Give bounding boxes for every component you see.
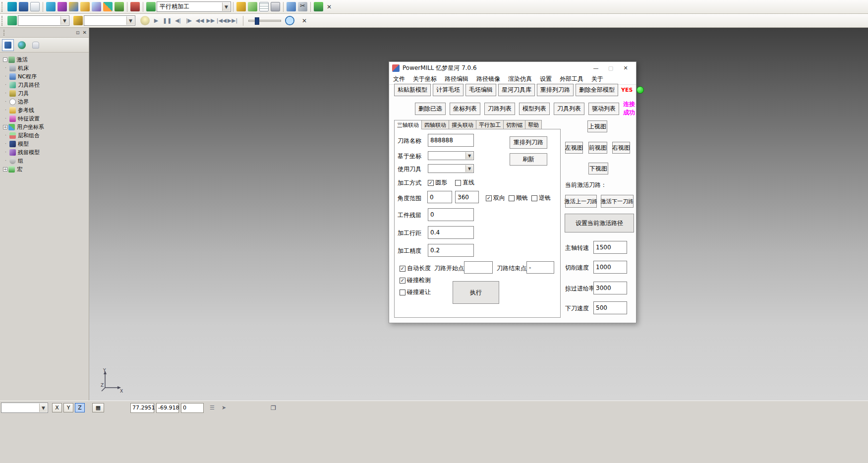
calc-block-button[interactable]: 计算毛坯 (433, 84, 463, 96)
tab-help[interactable]: 帮助 (525, 120, 542, 129)
axis-z-button[interactable]: Z (75, 403, 85, 412)
activate-prev-button[interactable]: 激活上一刀路 (565, 195, 597, 208)
reorder-button[interactable]: 重排列刀路 (510, 136, 547, 149)
toolbar-close-icon[interactable]: ✕ (324, 2, 334, 12)
conventional-checkbox[interactable]: 逆铣 (531, 194, 551, 202)
dual-pane-icon[interactable]: ❐ (271, 405, 276, 411)
rewind-icon[interactable]: ◀◀ (194, 15, 205, 26)
panel-float-icon[interactable]: ⊡ (76, 30, 80, 35)
tree-item-model[interactable]: · 模型 (3, 140, 89, 148)
status-dropdown[interactable]: ▼ (1, 403, 48, 413)
view-front-button[interactable]: 前视图 (588, 142, 607, 154)
menu-workplane[interactable]: 关于坐标 (413, 75, 437, 83)
model-stack-icon[interactable] (7, 2, 17, 11)
paste-new-model-button[interactable]: 粘贴新模型 (394, 84, 431, 96)
stepover-input[interactable] (428, 226, 474, 239)
layer-edit-icon[interactable] (115, 2, 124, 11)
tree-item-tool[interactable]: · 刀具 (3, 89, 89, 97)
set-active-path-button[interactable]: 设置当前激活路径 (565, 214, 634, 232)
maximize-icon[interactable]: ▢ (603, 63, 618, 73)
tree-expander-icon[interactable]: + (3, 167, 7, 172)
playback-close-icon[interactable]: ✕ (299, 16, 309, 26)
tab-4axis[interactable]: 四轴联动 (421, 120, 449, 129)
bulb-icon[interactable] (140, 16, 150, 25)
coord-x-value[interactable]: 77.2951 (130, 403, 154, 413)
chevron-down-icon[interactable]: ▼ (39, 404, 47, 412)
axis-y-button[interactable]: Y (63, 403, 73, 412)
pattern-icon[interactable] (103, 2, 113, 11)
cutting-speed-input[interactable] (593, 261, 627, 274)
toolpath-name-input[interactable] (428, 134, 474, 147)
menu-path-edit[interactable]: 路径编辑 (445, 75, 468, 83)
play-icon[interactable]: ▶ (151, 15, 162, 26)
tree-item-toolpath[interactable]: · 刀具路径 (3, 81, 89, 89)
drive-list-button[interactable]: 驱动列表 (588, 103, 619, 115)
toolbar-grip[interactable] (1, 2, 5, 12)
axis-x-button[interactable]: X (52, 403, 62, 412)
list-options-icon[interactable]: ☰ (210, 405, 215, 411)
tree-item-machine[interactable]: · 机床 (3, 64, 89, 72)
binoculars-icon[interactable] (314, 2, 323, 11)
menu-path-mirror[interactable]: 路径镜像 (476, 75, 500, 83)
coord-y-value[interactable]: -69.918 (156, 403, 179, 413)
coord-select[interactable]: ▼ (428, 151, 474, 160)
tab-3axis[interactable]: 三轴联动 (394, 120, 422, 129)
user-icon[interactable] (130, 2, 140, 11)
curve-pencil-icon[interactable] (80, 2, 90, 11)
speed-slider[interactable] (248, 20, 281, 22)
model-list-button[interactable]: 模型列表 (519, 103, 550, 115)
refresh-button[interactable]: 刷新 (510, 153, 547, 166)
dialog-titlebar[interactable]: PowerMILL 忆梦星河 7.0.6 — ▢ ✕ (389, 62, 636, 74)
menu-about[interactable]: 关于 (591, 75, 603, 83)
graph-icon[interactable] (248, 2, 257, 11)
start-point-input[interactable] (464, 261, 493, 274)
scissors-icon[interactable]: ✂ (298, 2, 307, 11)
teapot-render-icon[interactable] (30, 2, 40, 11)
tool-list-button[interactable]: 刀具列表 (554, 103, 584, 115)
bidirectional-checkbox[interactable]: ✓ 双向 (486, 194, 505, 202)
block-edit-button[interactable]: 毛坯编辑 (465, 84, 496, 96)
tab-parallel[interactable]: 平行加工 (476, 120, 504, 129)
toolpath-edit-icon[interactable] (69, 2, 78, 11)
circle-checkbox[interactable]: ✓ 圆形 (428, 178, 447, 187)
coord-z-value[interactable]: 0 (181, 403, 204, 413)
clock-icon[interactable] (285, 16, 294, 25)
grid-toggle-icon[interactable]: ▦ (92, 403, 104, 412)
chevron-down-icon[interactable]: ▼ (60, 16, 68, 25)
save-icon[interactable] (19, 2, 28, 11)
reorder-toolpath-button[interactable]: 重排列刀路 (537, 84, 574, 96)
tree-item-feature-set[interactable]: · 特征设置 (3, 115, 89, 122)
globe-icon[interactable] (16, 39, 28, 51)
chevron-down-icon[interactable]: ▼ (465, 152, 473, 159)
view-bottom-button[interactable]: 下视图 (588, 163, 608, 174)
tool-edit-icon[interactable] (73, 16, 83, 25)
tool-select[interactable]: ▼ (428, 164, 474, 173)
tree-item-boundary[interactable]: · 边界 (3, 98, 89, 106)
view-left-button[interactable]: 左视图 (565, 142, 583, 154)
tab-saw[interactable]: 切割锯 (503, 120, 525, 129)
plunge-speed-input[interactable] (593, 301, 627, 314)
tree-item-workplane[interactable]: + 用户坐标系 (3, 123, 89, 131)
toolpath-list-button[interactable]: 刀路列表 (484, 103, 515, 115)
tree-item-nc-program[interactable]: · NC程序 (3, 72, 89, 80)
boundary-edit-icon[interactable] (92, 2, 101, 11)
tolerance-input[interactable] (428, 244, 474, 257)
tree-item-activate[interactable]: - 激活 (3, 56, 89, 63)
stats-edit-icon[interactable] (287, 2, 296, 11)
chevron-down-icon[interactable]: ▼ (465, 165, 473, 172)
auto-length-checkbox[interactable]: ✓ 自动长度 (400, 264, 431, 273)
toolpath-select-dropdown[interactable]: ▼ (18, 15, 69, 26)
table-grid-icon[interactable] (259, 2, 269, 11)
strategy-list-icon[interactable] (146, 2, 156, 11)
panel-close-icon[interactable]: ✕ (83, 30, 87, 35)
climb-checkbox[interactable]: 顺铣 (509, 194, 528, 202)
step-forward-icon[interactable]: |▶ (183, 15, 194, 26)
tree-item-group[interactable]: · 组 (3, 157, 89, 165)
view-top-button[interactable]: 上视图 (587, 120, 607, 132)
coord-list-button[interactable]: 坐标列表 (450, 103, 480, 115)
strategy-dropdown[interactable]: 平行精加工 ▼ (157, 1, 231, 12)
tool-select-dropdown[interactable]: ▼ (84, 15, 135, 26)
delete-selected-button[interactable]: 删除已选 (415, 103, 446, 115)
chevron-down-icon[interactable]: ▼ (126, 16, 134, 25)
execute-button[interactable]: 执行 (453, 281, 499, 304)
